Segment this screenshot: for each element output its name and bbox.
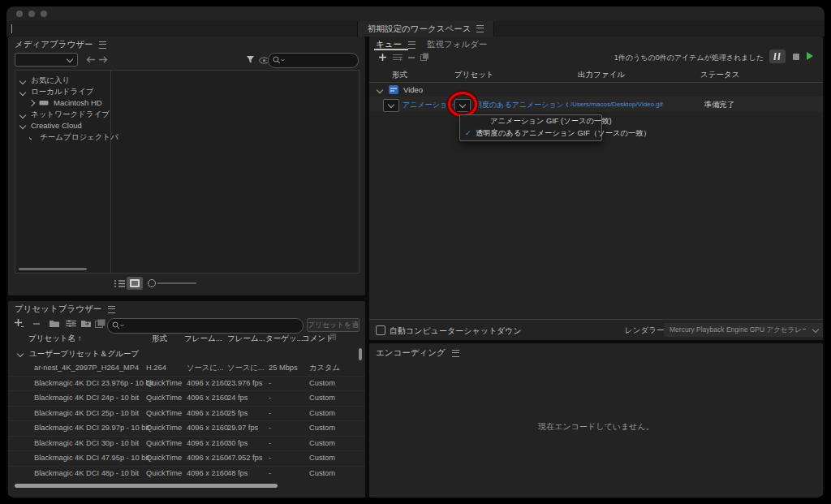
tree-item-favorites[interactable]: お気に入り (20, 75, 70, 86)
tree-item-label: Macintosh HD (54, 98, 102, 107)
preset-row[interactable]: Blackmagic 4K DCI 30p - 10 bitQuickTime4… (8, 436, 365, 452)
media-search-input[interactable] (285, 54, 356, 67)
menu-item-animated-gif-alpha[interactable]: ✓ 透明度のあるアニメーション GIF（ソースの一致） (460, 127, 601, 140)
list-view-icon[interactable] (114, 279, 125, 288)
tree-item-macintosh-hd[interactable]: Macintosh HD (29, 98, 102, 107)
media-search-field[interactable] (268, 53, 359, 68)
chevron-down-icon[interactable] (19, 77, 26, 84)
queue-item-row[interactable]: アニメーションGIF 明度のあるアニメーション GIF（ソ... /Users/… (369, 97, 823, 112)
search-icon (112, 321, 124, 330)
encoding-menu-icon[interactable] (452, 350, 459, 357)
workspace-tab[interactable]: 初期設定のワークスペース (357, 21, 494, 37)
preset-hscrollbar[interactable] (15, 484, 278, 488)
preset-browser-menu-icon[interactable] (108, 306, 115, 313)
tree-item-network-drives[interactable]: ネットワークドライブ (20, 110, 110, 120)
col-format[interactable]: 形式 (152, 334, 167, 344)
renderer-select[interactable]: Mercury Playback Engine GPU アクセラレーション (M… (664, 323, 823, 337)
preset-group-row[interactable]: ユーザープリセット＆グループ (8, 348, 365, 360)
check-icon: ✓ (465, 127, 471, 140)
queue-item-status: 準備完了 (704, 100, 734, 110)
zoom-slider-knob[interactable] (148, 279, 156, 287)
workspace-menu-icon[interactable] (476, 25, 484, 32)
chevron-down-icon[interactable] (377, 87, 383, 93)
stop-button[interactable] (793, 54, 799, 60)
chevron-right-icon[interactable] (28, 99, 35, 106)
encoding-message: 現在エンコードしていません。 (369, 421, 823, 433)
encoding-title: エンコーディング (376, 347, 446, 359)
preset-row[interactable]: Blackmagic 4K DCI 48p - 10 bitQuickTime4… (8, 466, 365, 481)
sort-asc-icon: ↑ (78, 334, 82, 342)
preset-group-label: ユーザープリセット＆グループ (29, 349, 139, 360)
preset-row[interactable]: Blackmagic 4K DCI 23.976p - 10 bitQuickT… (8, 376, 365, 392)
queue-menu-icon[interactable] (408, 41, 416, 49)
back-arrow-icon[interactable] (86, 56, 95, 63)
format-dropdown-button[interactable] (383, 99, 399, 112)
tree-item-label: ネットワークドライブ (31, 110, 110, 120)
preset-browser-title: プリセットブラウザー (15, 304, 101, 315)
tree-item-team-projects[interactable]: チームプロジェクトパージ (29, 132, 118, 143)
auto-shutdown-label: 自動コンピューターシャットダウン (390, 325, 522, 337)
add-output-icon[interactable] (393, 54, 403, 61)
remove-icon[interactable] (408, 57, 415, 58)
chevron-down-icon[interactable] (19, 88, 26, 95)
apply-preset-button[interactable]: プリセットを適用 (307, 318, 360, 332)
forward-arrow-icon[interactable] (99, 56, 108, 63)
tree-divider (110, 71, 111, 273)
tree-item-creative-cloud[interactable]: Creative Cloud (20, 121, 82, 130)
tree-item-label: Creative Cloud (31, 121, 82, 130)
workspace-tab-label: 初期設定のワークスペース (368, 24, 471, 35)
filter-icon[interactable] (246, 55, 255, 64)
queue-group-row[interactable]: Video (369, 84, 823, 97)
window-close-button[interactable] (16, 11, 23, 17)
preset-search-field[interactable] (107, 318, 304, 334)
queue-item-output[interactable]: /Users/macos/Desktop/Video.gif (571, 101, 663, 108)
window-minimize-button[interactable] (28, 11, 35, 17)
media-type-icon (389, 85, 398, 94)
preset-settings-icon[interactable] (66, 320, 76, 327)
tree-item-local-drives[interactable]: ローカルドライブ (20, 87, 94, 97)
thumbnail-view-button[interactable] (127, 277, 143, 290)
tab-watch-folders[interactable]: 監視フォルダー (427, 39, 487, 50)
col-preset-name[interactable]: プリセット名 ↑ (28, 334, 82, 344)
preset-row[interactable]: Blackmagic 4K DCI 29.97p - 10 bitQuickTi… (8, 420, 365, 437)
menu-item-animated-gif[interactable]: アニメーション GIF (ソースの一致) (460, 115, 601, 127)
window-zoom-button[interactable] (41, 11, 47, 17)
preset-vscrollbar[interactable] (359, 348, 362, 360)
renderer-value: Mercury Playback Engine GPU アクセラレーション (M… (670, 325, 806, 335)
new-group-folder-icon[interactable] (49, 319, 60, 328)
preset-row[interactable]: Blackmagic 4K DCI 24p - 10 bitQuickTime4… (8, 390, 365, 407)
add-source-icon[interactable] (379, 54, 386, 61)
col-format: 形式 (392, 70, 407, 80)
chevron-down-icon[interactable] (19, 111, 26, 118)
col-frame-size[interactable]: フレーム... (184, 334, 222, 344)
col-frame-rate[interactable]: フレーム... (227, 334, 265, 344)
zoom-slider-track[interactable] (157, 282, 196, 284)
import-preset-icon[interactable] (80, 319, 92, 328)
queue-item-preset[interactable]: 明度のあるアニメーション GIF（ソ... (475, 100, 568, 110)
col-target[interactable]: ターゲッ... (265, 334, 304, 344)
tree-item-label: お気に入り (31, 75, 70, 86)
duplicate-icon[interactable] (420, 53, 429, 61)
preset-row[interactable]: Blackmagic 4K DCI 25p - 10 bitQuickTime4… (8, 406, 365, 422)
new-preset-icon[interactable] (15, 319, 24, 328)
app-window: 初期設定のワークスペース メディアブラウザー お気に入り (6, 6, 825, 498)
tree-hscrollbar[interactable] (19, 268, 87, 270)
media-content-area: お気に入り ローカルドライブ Macintosh HD ネットワークドライブ C… (15, 70, 360, 274)
start-queue-button[interactable] (807, 52, 813, 60)
auto-shutdown-checkbox[interactable] (376, 325, 385, 335)
export-preset-icon[interactable] (95, 319, 105, 328)
chevron-down-icon (812, 326, 819, 333)
chevron-down-icon (67, 56, 73, 62)
col-comment[interactable]: コメント (302, 334, 334, 344)
media-source-select[interactable] (15, 53, 78, 67)
chevron-down-icon[interactable] (19, 122, 26, 128)
pause-button[interactable] (769, 50, 786, 63)
preset-row[interactable]: Blackmagic 4K DCI 47.95p - 10 bitQuickTi… (8, 450, 365, 467)
edge-marker (11, 24, 12, 33)
chevron-right-icon[interactable] (29, 136, 32, 140)
preset-search-input[interactable] (124, 320, 301, 332)
delete-preset-icon[interactable] (33, 323, 40, 325)
chevron-down-icon[interactable] (17, 351, 24, 357)
media-browser-menu-icon[interactable] (99, 41, 106, 49)
preset-row[interactable]: ar-nest_4K_2997P_H264_MP4H.264ソースに...ソース… (8, 360, 365, 377)
